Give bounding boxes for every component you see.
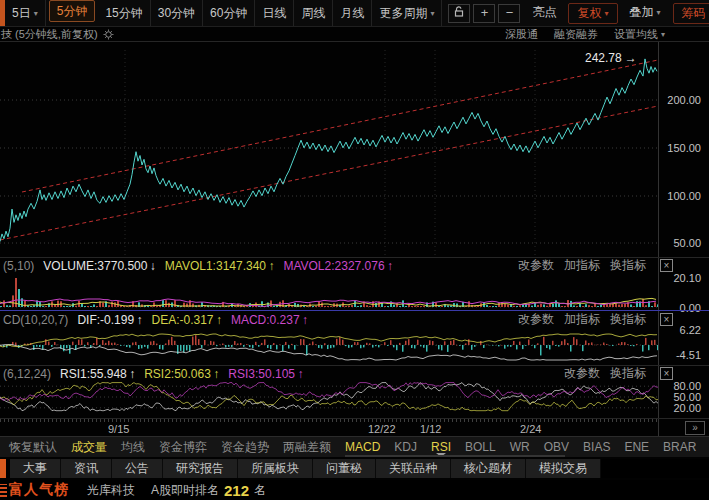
bottom-tab[interactable]: 大事 bbox=[10, 459, 61, 478]
period-button[interactable]: 更多周期▾ bbox=[372, 0, 442, 27]
indicator-item[interactable]: KDJ bbox=[387, 437, 424, 457]
main-price-chart[interactable] bbox=[0, 50, 658, 257]
indicator-value: MAVOL1:3147.340 ↑ bbox=[165, 259, 275, 273]
toolbar: 5日▾5分钟15分钟30分钟60分钟日线周线月线更多周期▾ + − 亮点复权▾叠… bbox=[0, 0, 709, 27]
market-link[interactable]: 融资融券 bbox=[554, 27, 598, 42]
market-link[interactable]: 设置均线▾ bbox=[614, 27, 665, 42]
period-label: 日线 bbox=[262, 6, 286, 20]
panel-link[interactable]: 加指标 bbox=[564, 311, 600, 328]
period-button[interactable]: 15分钟 bbox=[98, 0, 150, 27]
bottom-tab[interactable]: 模拟交易 bbox=[526, 459, 601, 478]
indicator-item[interactable]: CCI bbox=[703, 437, 709, 457]
fast-forward-button[interactable]: » bbox=[685, 421, 705, 435]
indicator-item[interactable]: 资金博弈 bbox=[152, 437, 214, 457]
indicator-value: MAVOL2:2327.076 ↑ bbox=[283, 259, 393, 273]
zoom-out-button[interactable]: − bbox=[498, 4, 520, 23]
period-button[interactable]: 30分钟 bbox=[151, 0, 203, 27]
divider bbox=[0, 310, 709, 311]
action-button[interactable]: 筹码 bbox=[673, 3, 709, 24]
indicator-item[interactable]: BRAR bbox=[656, 437, 703, 457]
panel-link[interactable]: 改参数 bbox=[518, 311, 554, 328]
period-label: 60分钟 bbox=[210, 6, 247, 20]
rank-unit: 名 bbox=[254, 482, 266, 499]
indicator-param: (5,10) bbox=[3, 259, 34, 273]
volume-panel-header: (5,10) VOLUME:3770.500 ↓MAVOL1:3147.340 … bbox=[3, 258, 393, 273]
period-label: 周线 bbox=[301, 6, 325, 20]
indicator-item[interactable]: OBV bbox=[537, 437, 576, 457]
period-label: 月线 bbox=[340, 6, 364, 20]
bottom-tab[interactable]: 所属板块 bbox=[238, 459, 313, 478]
bottom-tab[interactable]: 研究报告 bbox=[163, 459, 238, 478]
toolbar-actions: 亮点复权▾叠加▾筹码画线 bbox=[520, 3, 709, 24]
gear-icon[interactable] bbox=[103, 29, 114, 40]
indicator-item[interactable]: 均线 bbox=[114, 437, 152, 457]
market-links: 深股通融资融券设置均线▾ bbox=[505, 27, 665, 42]
x-axis-label: 9/15 bbox=[108, 423, 129, 435]
indicator-item[interactable]: 两融差额 bbox=[276, 437, 338, 457]
indicator-item[interactable]: MACD bbox=[338, 437, 387, 457]
bottom-tab[interactable]: 资讯 bbox=[61, 459, 112, 478]
macd-chart[interactable] bbox=[0, 327, 658, 364]
panel-link[interactable]: 换指标 bbox=[610, 257, 646, 274]
y-axis-label: 200.00 bbox=[655, 94, 701, 106]
chevron-down-icon: ▾ bbox=[430, 9, 434, 18]
indicator-item[interactable]: ENE bbox=[617, 437, 656, 457]
market-link-label: 设置均线 bbox=[614, 28, 658, 40]
period-button[interactable]: 日线 bbox=[255, 0, 294, 27]
panel-link[interactable]: 改参数 bbox=[518, 257, 554, 274]
indicator-value: DIF:-0.199 ↑ bbox=[77, 313, 142, 327]
indicator-item[interactable]: RSI bbox=[424, 437, 458, 457]
stock-chart-app: 5日▾5分钟15分钟30分钟60分钟日线周线月线更多周期▾ + − 亮点复权▾叠… bbox=[0, 0, 709, 500]
zoom-in-button[interactable]: + bbox=[473, 4, 495, 23]
rank-value: 212 bbox=[224, 482, 249, 499]
indicator-item[interactable]: 恢复默认 bbox=[2, 437, 64, 457]
indicator-bar: 恢复默认成交量均线资金博弈资金趋势两融差额MACDKDJRSIBOLLWROBV… bbox=[0, 436, 709, 457]
chevron-down-icon: ▾ bbox=[34, 9, 38, 18]
bottom-tab[interactable]: 核心题材 bbox=[451, 459, 526, 478]
close-icon[interactable]: × bbox=[660, 367, 673, 380]
indicator-item[interactable]: WR bbox=[503, 437, 537, 457]
period-button[interactable]: 5分钟 bbox=[49, 0, 96, 22]
period-label: 30分钟 bbox=[158, 6, 195, 20]
indicator-item[interactable]: 成交量 bbox=[64, 437, 114, 457]
action-button[interactable]: 复权▾ bbox=[568, 3, 617, 24]
period-button[interactable]: 周线 bbox=[294, 0, 333, 27]
market-link[interactable]: 深股通 bbox=[505, 27, 538, 42]
stock-name[interactable]: 光库科技 bbox=[87, 482, 135, 499]
subheader: 技 (5分钟线,前复权) 深股通融资融券设置均线▾ bbox=[0, 27, 709, 42]
action-button[interactable]: 亮点 bbox=[524, 3, 564, 24]
indicator-item[interactable]: BOLL bbox=[458, 437, 503, 457]
lock-button[interactable] bbox=[448, 4, 470, 23]
divider bbox=[0, 41, 709, 42]
y-axis-label: 20.00 bbox=[655, 402, 701, 414]
lock-icon bbox=[453, 5, 465, 18]
x-axis-label: 2/24 bbox=[520, 423, 541, 435]
panel-link[interactable]: 换指标 bbox=[610, 311, 646, 328]
volume-chart[interactable] bbox=[0, 274, 658, 309]
indicator-item[interactable]: BIAS bbox=[576, 437, 617, 457]
scrollbar-thumb[interactable] bbox=[345, 455, 565, 457]
bottom-tab[interactable]: 问董秘 bbox=[313, 459, 376, 478]
arrow-right-icon: → bbox=[625, 51, 637, 65]
period-label: 5日 bbox=[12, 6, 31, 20]
period-label: 更多周期 bbox=[379, 6, 427, 20]
action-label: 筹码 bbox=[682, 6, 706, 20]
period-button[interactable]: 5日▾ bbox=[5, 0, 46, 27]
indicator-param: CD(10,20,7) bbox=[3, 313, 68, 327]
y-axis-label: 50.00 bbox=[655, 237, 701, 249]
rsi-chart[interactable] bbox=[0, 379, 658, 418]
bottom-tab[interactable]: 公告 bbox=[112, 459, 163, 478]
indicator-value: VOLUME:3770.500 ↓ bbox=[43, 259, 155, 273]
period-button[interactable]: 60分钟 bbox=[203, 0, 255, 27]
macd-panel-header: CD(10,20,7) DIF:-0.199 ↑DEA:-0.317 ↑MACD… bbox=[3, 312, 308, 327]
action-button[interactable]: 叠加▾ bbox=[622, 3, 669, 24]
zoom-controls: + − bbox=[448, 4, 520, 23]
bottom-tab[interactable]: 关联品种 bbox=[376, 459, 451, 478]
market-link-label: 融资融券 bbox=[554, 28, 598, 40]
indicator-item[interactable]: 资金趋势 bbox=[214, 437, 276, 457]
price-annotation: 242.78→ bbox=[585, 51, 637, 65]
panel-link[interactable]: 加指标 bbox=[564, 257, 600, 274]
action-label: 叠加 bbox=[630, 5, 654, 19]
period-button[interactable]: 月线 bbox=[333, 0, 372, 27]
close-icon[interactable]: × bbox=[660, 259, 673, 272]
